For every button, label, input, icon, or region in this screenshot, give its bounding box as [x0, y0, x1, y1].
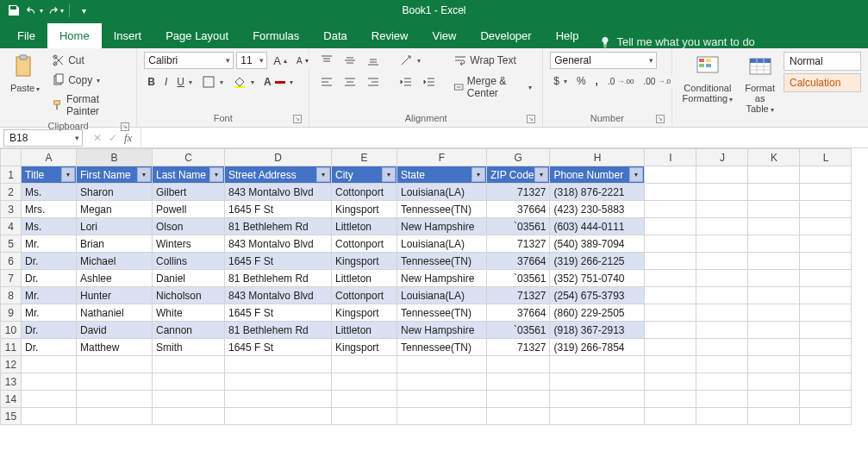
cell-F5[interactable]: Louisiana(LA) — [397, 235, 487, 253]
column-header-K[interactable]: K — [748, 149, 800, 166]
cell-C4[interactable]: Olson — [153, 218, 225, 235]
fill-color-button[interactable]: ▾ — [229, 73, 258, 91]
cell-F3[interactable]: Tennessee(TN) — [397, 201, 487, 218]
cell-G3[interactable]: 37664 — [487, 201, 550, 218]
align-top-button[interactable] — [316, 52, 337, 69]
cell-C2[interactable]: Gilbert — [153, 184, 225, 201]
font-color-button[interactable]: A▾ — [260, 74, 297, 90]
tab-home[interactable]: Home — [47, 23, 102, 48]
tab-page-layout[interactable]: Page Layout — [153, 23, 240, 48]
cell-F4[interactable]: New Hampshire — [397, 218, 487, 235]
font-dialog-launcher[interactable]: ↘ — [293, 115, 302, 123]
cell-E3[interactable]: Kingsport — [332, 201, 397, 218]
cell-G11[interactable]: 71327 — [487, 339, 550, 356]
cell-C8[interactable]: Nicholson — [153, 287, 225, 304]
cell-I8[interactable] — [645, 287, 696, 304]
select-all-corner[interactable] — [1, 149, 22, 166]
filter-button-E[interactable]: ▾ — [382, 167, 396, 182]
cell-B3[interactable]: Megan — [77, 201, 153, 218]
cell-B11[interactable]: Matthew — [77, 339, 153, 356]
cell-B13[interactable] — [77, 373, 153, 391]
cell-G10[interactable]: `03561 — [487, 322, 550, 339]
table-header-C[interactable]: Last Name▾ — [153, 166, 225, 184]
cell-L15[interactable] — [800, 408, 852, 425]
row-header-4[interactable]: 4 — [1, 218, 22, 235]
cell-A12[interactable] — [22, 356, 77, 373]
cell-K2[interactable] — [748, 184, 800, 201]
cell-D2[interactable]: 843 Montalvo Blvd — [225, 184, 332, 201]
cell-I4[interactable] — [645, 218, 696, 235]
filter-button-H[interactable]: ▾ — [629, 167, 643, 182]
cell-K15[interactable] — [748, 408, 800, 425]
cell-C15[interactable] — [153, 408, 225, 425]
merge-center-button[interactable]: Merge & Center▾ — [450, 73, 535, 101]
cell-E14[interactable] — [332, 391, 397, 408]
column-header-B[interactable]: B — [77, 149, 153, 166]
cell-K3[interactable] — [748, 201, 800, 218]
cell-A6[interactable]: Dr. — [22, 253, 77, 270]
cell-C10[interactable]: Cannon — [153, 322, 225, 339]
column-header-E[interactable]: E — [332, 149, 397, 166]
row-header-1[interactable]: 1 — [1, 166, 22, 184]
cell-L12[interactable] — [800, 356, 852, 373]
cell-K5[interactable] — [748, 235, 800, 253]
row-header-8[interactable]: 8 — [1, 287, 22, 304]
cut-button[interactable]: Cut — [48, 52, 129, 69]
cell-L5[interactable] — [800, 235, 852, 253]
number-dialog-launcher[interactable]: ↘ — [656, 115, 665, 123]
alignment-dialog-launcher[interactable]: ↘ — [527, 115, 535, 123]
cell-style-normal[interactable]: Normal — [784, 52, 861, 71]
cell-C5[interactable]: Winters — [153, 235, 225, 253]
cell-J8[interactable] — [696, 287, 748, 304]
cell-K1[interactable] — [748, 166, 800, 184]
cell-C13[interactable] — [153, 373, 225, 391]
table-header-H[interactable]: Phone Number▾ — [550, 166, 645, 184]
cell-L1[interactable] — [800, 166, 852, 184]
cell-G4[interactable]: `03561 — [487, 218, 550, 235]
cell-J2[interactable] — [696, 184, 748, 201]
cell-I2[interactable] — [645, 184, 696, 201]
cell-A4[interactable]: Ms. — [22, 218, 77, 235]
cell-L2[interactable] — [800, 184, 852, 201]
cell-K8[interactable] — [748, 287, 800, 304]
column-header-G[interactable]: G — [487, 149, 550, 166]
cell-L11[interactable] — [800, 339, 852, 356]
cell-F8[interactable]: Louisiana(LA) — [397, 287, 487, 304]
filter-button-D[interactable]: ▾ — [316, 167, 330, 182]
cell-K6[interactable] — [748, 253, 800, 270]
cell-I11[interactable] — [645, 339, 696, 356]
cell-F11[interactable]: Tennessee(TN) — [397, 339, 487, 356]
cell-G5[interactable]: 71327 — [487, 235, 550, 253]
qat-customize-button[interactable]: ▾ — [75, 2, 92, 19]
cell-C11[interactable]: Smith — [153, 339, 225, 356]
cell-H8[interactable]: (254) 675-3793 — [550, 287, 645, 304]
cell-A14[interactable] — [22, 391, 77, 408]
tab-file[interactable]: File — [5, 23, 47, 48]
decrease-indent-button[interactable] — [396, 73, 416, 91]
cell-H12[interactable] — [550, 356, 645, 373]
align-right-button[interactable] — [363, 73, 384, 91]
tell-me-search[interactable]: Tell me what you want to do — [599, 35, 754, 48]
decrease-decimal-button[interactable]: .00→.0 — [640, 75, 674, 88]
cell-A13[interactable] — [22, 373, 77, 391]
redo-button[interactable]: ▾ — [47, 2, 64, 19]
cell-F6[interactable]: Tennessee(TN) — [397, 253, 487, 270]
cell-C9[interactable]: White — [153, 304, 225, 322]
cell-A7[interactable]: Dr. — [22, 270, 77, 287]
cell-D14[interactable] — [225, 391, 332, 408]
cell-G8[interactable]: 71327 — [487, 287, 550, 304]
orientation-button[interactable]: ▾ — [396, 52, 424, 69]
cell-E9[interactable]: Kingsport — [332, 304, 397, 322]
tab-formulas[interactable]: Formulas — [240, 23, 311, 48]
tab-review[interactable]: Review — [359, 23, 421, 48]
paste-button[interactable]: Paste▾ — [7, 52, 43, 97]
cell-L3[interactable] — [800, 201, 852, 218]
align-bottom-button[interactable] — [363, 52, 384, 69]
cell-H9[interactable]: (860) 229-2505 — [550, 304, 645, 322]
clipboard-dialog-launcher[interactable]: ↘ — [121, 122, 129, 131]
table-header-F[interactable]: State▾ — [397, 166, 487, 184]
row-header-6[interactable]: 6 — [1, 253, 22, 270]
cell-E7[interactable]: Littleton — [332, 270, 397, 287]
cell-I3[interactable] — [645, 201, 696, 218]
cell-H4[interactable]: (603) 444-0111 — [550, 218, 645, 235]
